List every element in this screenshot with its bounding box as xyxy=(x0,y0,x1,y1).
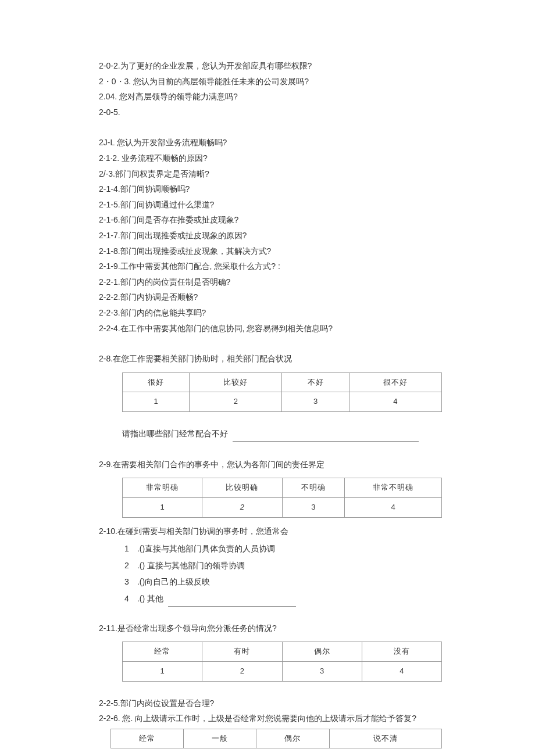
table-cell: 2 xyxy=(190,392,282,412)
table-cell: 1 xyxy=(123,661,202,681)
question-2-04: 2.04. 您对高层领导的领导能力满意吗? xyxy=(99,89,436,105)
table-header: 很好 xyxy=(123,372,190,392)
option-item[interactable]: 3 .()向自己的上级反映 xyxy=(124,574,436,590)
table-header: 不好 xyxy=(282,372,349,392)
table-header: 非常明确 xyxy=(123,478,202,498)
option-item[interactable]: 2 .() 直接与其他部门的领导协调 xyxy=(124,558,436,574)
option-number: 1 xyxy=(124,541,135,557)
question-2-2-3: 2-2-3.部门内的信息能共享吗? xyxy=(99,305,436,321)
table-header: 很不好 xyxy=(349,372,441,392)
question-2-0-2: 2-0-2.为了更好的企业发展，您认为开发部应具有哪些权限? xyxy=(99,58,436,74)
question-2-1-4: 2-1-4.部门间协调顺畅吗? xyxy=(99,181,436,197)
table-cell: 2 xyxy=(202,497,282,517)
question-2-1-7: 2-1-7.部门间出现推委或扯皮现象的原因? xyxy=(99,228,436,243)
option-number: 3 xyxy=(124,574,135,590)
note-text: 请指出哪些部门经常配合不好 xyxy=(122,429,228,438)
table-header: 偶尔 xyxy=(256,729,329,748)
table-header: 偶尔 xyxy=(282,642,362,662)
table-2-2-6: 经常 一般 偶尔 说不清 xyxy=(110,729,442,749)
table-cell: 3 xyxy=(282,497,345,517)
table-cell: 2 xyxy=(202,661,282,681)
fill-in-blank[interactable] xyxy=(168,606,296,607)
options-2-10: 1 .()直接与其他部门具体负责的人员协调 2 .() 直接与其他部门的领导协调… xyxy=(124,541,436,606)
question-2j-l: 2J-L 您认为开发部业务流程顺畅吗? xyxy=(99,135,436,151)
question-2-1-2: 2·1·2. 业务流程不顺畅的原因? xyxy=(99,151,436,166)
table-header: 说不清 xyxy=(329,729,441,748)
question-2-2-1: 2-2-1.部门内的岗位责任制是否明确? xyxy=(99,274,436,290)
option-item[interactable]: 1 .()直接与其他部门具体负责的人员协调 xyxy=(124,541,436,557)
question-2-1-8: 2-1-8.部门间出现推委或扯皮现象，其解决方式? xyxy=(99,243,436,259)
question-2-1-9: 2-1-9.工作中需要其他部门配合, 您采取什么方式? : xyxy=(99,259,436,274)
table-cell: 3 xyxy=(282,661,362,681)
table-header: 经常 xyxy=(111,729,184,748)
table-header: 比较好 xyxy=(190,372,282,392)
note-2-8: 请指出哪些部门经常配合不好 xyxy=(122,426,436,442)
question-2-2-6: 2-2-6. 您. 向上级请示工作时，上级是否经常对您说需要向他的上级请示后才能… xyxy=(99,711,436,726)
question-2-10-title: 2-10.在碰到需要与相关部门协调的事务时，您通常会 xyxy=(99,524,436,539)
question-2-9-title: 2-9.在需要相关部门合作的事务中，您认为各部门间的责任界定 xyxy=(99,457,436,472)
fill-in-blank[interactable] xyxy=(233,441,419,442)
option-text: .() 其他 xyxy=(137,594,163,603)
table-cell: 3 xyxy=(282,392,349,412)
table-header: 比较明确 xyxy=(202,478,282,498)
question-2-2-2: 2-2-2.部门内协调是否顺畅? xyxy=(99,289,436,305)
table-header: 没有 xyxy=(362,642,441,662)
table-header: 经常 xyxy=(123,642,202,662)
option-number: 4 xyxy=(124,591,135,607)
question-2-0-3: 2・0・3. 您认为目前的高层领导能胜任未来的公司发展吗? xyxy=(99,74,436,89)
table-cell: 4 xyxy=(349,392,441,412)
table-2-8: 很好 比较好 不好 很不好 1 2 3 4 xyxy=(122,372,442,412)
question-2-0-5: 2-0-5. xyxy=(99,105,436,120)
table-cell: 4 xyxy=(362,661,441,681)
table-cell: 1 xyxy=(123,497,202,517)
question-2-1-6: 2-1-6.部门间是否存在推委或扯皮现象? xyxy=(99,212,436,228)
option-number: 2 xyxy=(124,558,135,574)
question-2-8-title: 2-8.在您工作需要相关部门协助时，相关部门配合状况 xyxy=(99,351,436,367)
option-item[interactable]: 4 .() 其他 xyxy=(124,591,436,607)
table-header: 不明确 xyxy=(282,478,345,498)
question-2-2-4: 2-2-4.在工作中需要其他部门的信息协同, 您容易得到相关信息吗? xyxy=(99,321,436,336)
option-text: .() 直接与其他部门的领导协调 xyxy=(137,561,245,570)
table-header: 非常不明确 xyxy=(345,478,442,498)
question-2-11-title: 2-11.是否经常出现多个领导向您分派任务的情况? xyxy=(99,621,436,636)
question-2-2-5: 2-2-5.部门内岗位设置是否合理? xyxy=(99,696,436,711)
table-header: 一般 xyxy=(184,729,256,748)
question-2-1-5: 2-1-5.部门间协调通过什么渠道? xyxy=(99,197,436,213)
table-cell: 4 xyxy=(345,497,442,517)
question-2-slash-3: 2/-3.部门间权责界定是否清晰? xyxy=(99,166,436,182)
option-text: .()向自己的上级反映 xyxy=(137,577,210,586)
table-header: 有时 xyxy=(202,642,282,662)
table-cell: 1 xyxy=(123,392,190,412)
table-2-9: 非常明确 比较明确 不明确 非常不明确 1 2 3 4 xyxy=(122,478,442,517)
option-text: .()直接与其他部门具体负责的人员协调 xyxy=(137,544,275,553)
table-2-11: 经常 有时 偶尔 没有 1 2 3 4 xyxy=(122,642,442,681)
